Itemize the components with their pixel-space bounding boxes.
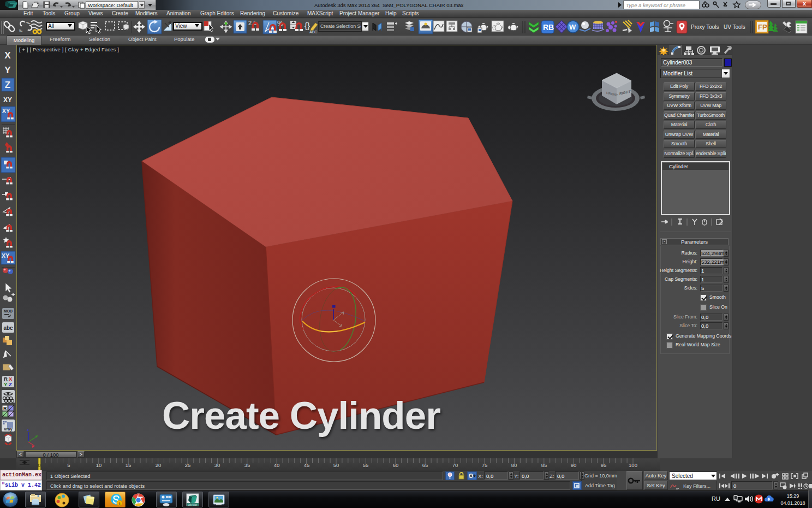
svg-text:z: z — [27, 427, 29, 432]
svg-text:UV Tools: UV Tools — [724, 24, 745, 30]
svg-text:RB: RB — [543, 23, 554, 32]
svg-text:R: R — [3, 406, 7, 411]
svg-text:{}: {} — [304, 21, 310, 30]
svg-text:X: X — [4, 50, 11, 61]
svg-text:Z: Z — [9, 381, 12, 387]
svg-text:3ds Max: 3ds Max — [188, 504, 198, 506]
svg-text:Y: Y — [4, 65, 11, 75]
svg-text:FP: FP — [758, 23, 767, 31]
svg-text:°‰: °‰ — [26, 21, 30, 25]
svg-text:W: W — [569, 23, 576, 31]
svg-text:1: 1 — [118, 501, 121, 506]
svg-text:XY: XY — [3, 96, 12, 104]
svg-text:abc: abc — [3, 325, 13, 331]
svg-text:‰: ‰ — [19, 29, 22, 32]
svg-text:Proxy Tools: Proxy Tools — [691, 24, 719, 30]
svg-text:MOD: MOD — [4, 309, 13, 313]
svg-text:Z: Z — [5, 80, 10, 90]
svg-text:Y: Y — [4, 381, 8, 387]
svg-text:ABC: ABC — [309, 30, 317, 34]
svg-text:vray: vray — [4, 427, 13, 432]
